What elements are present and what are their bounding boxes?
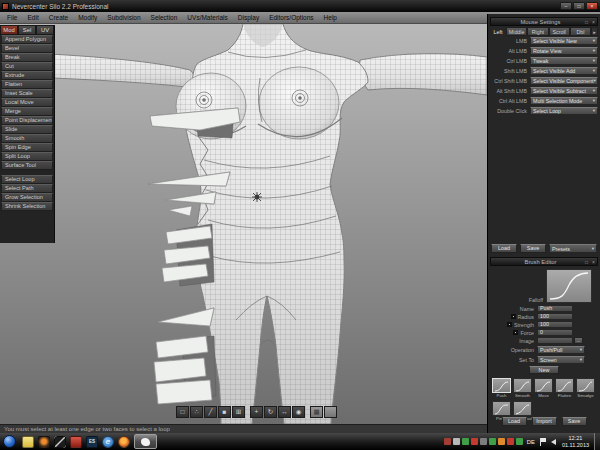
tool-shrink-selection[interactable]: Shrink Selection [1,202,53,211]
language-indicator[interactable]: DE [525,439,537,445]
red-app-icon[interactable] [70,436,82,448]
menu-editors-options[interactable]: Editors/Options [264,14,318,21]
falloff-curve[interactable] [546,269,592,303]
tray-icon[interactable] [516,438,523,445]
new-brush-button[interactable]: New [529,366,559,374]
mouse-tab-dbl[interactable]: Dbl [570,27,591,36]
force-checkbox[interactable] [513,330,518,335]
tool-extrude[interactable]: Extrude [1,71,53,80]
volume-icon[interactable] [548,439,556,445]
panel-close-icon[interactable]: × [590,258,597,266]
strength-field[interactable]: 100 [537,321,573,328]
tool-split-loop[interactable]: Split Loop [1,152,53,161]
tool-spin-edge[interactable]: Spin Edge [1,143,53,152]
tray-icon[interactable] [471,438,478,445]
viewport-option-button[interactable] [324,406,337,418]
radius-field[interactable]: 100 [537,313,573,320]
move-tool-icon[interactable]: + [250,406,263,418]
force-field[interactable]: 0 [537,329,573,336]
es-explorer-icon[interactable]: ES [86,436,98,448]
alt-lmb-dropdown[interactable]: Rotate View▾ [530,47,598,55]
scale-tool-icon[interactable]: ↔ [278,406,291,418]
menu-display[interactable]: Display [233,14,264,21]
double-click-dropdown[interactable]: Select Loop▾ [530,107,598,115]
tray-icon[interactable] [489,438,496,445]
rotate-tool-icon[interactable]: ↻ [264,406,277,418]
vertex-mode-icon[interactable]: ∴ [190,406,203,418]
tool-local-move[interactable]: Local Move [1,98,53,107]
media-player-icon[interactable] [38,436,50,448]
menu-uvs-materials[interactable]: UVs/Materials [182,14,232,21]
name-field[interactable]: Push [537,305,573,312]
panel-minimize-icon[interactable]: □ [583,258,590,266]
tray-icon[interactable] [462,438,469,445]
alt-shift-lmb-dropdown[interactable]: Select Visible Subtract▾ [530,87,598,95]
mouse-tab-scroll[interactable]: Scroll [549,27,570,36]
tray-icon[interactable] [453,438,460,445]
tool-smooth[interactable]: Smooth [1,134,53,143]
ctrl-lmb-dropdown[interactable]: Tweak▾ [530,57,598,65]
maximize-button[interactable]: □ [573,2,585,10]
show-desktop-button[interactable] [594,433,600,450]
mouse-tab-left[interactable]: Left [490,27,506,36]
menu-subdivision[interactable]: Subdivision [102,14,145,21]
viewport-canvas[interactable]: □ ∴ ╱ ■ ⊞ + ↻ ↔ ◉ ▦ [0,24,487,424]
lmb-dropdown[interactable]: Select Visible New▾ [530,37,598,45]
radius-checkbox[interactable] [511,314,516,319]
menu-help[interactable]: Help [319,14,342,21]
tool-slide[interactable]: Slide [1,125,53,134]
tool-surface-tool[interactable]: Surface Tool [1,161,53,170]
strength-checkbox[interactable] [507,322,512,327]
edge-mode-icon[interactable]: ╱ [204,406,217,418]
presets-dropdown[interactable]: Presets▾ [549,244,597,253]
tool-break[interactable]: Break [1,53,53,62]
tray-icon[interactable] [480,438,487,445]
tab-overflow-icon[interactable]: ▸ [591,27,598,36]
graphics-app-icon[interactable] [54,436,66,448]
tray-icon[interactable] [444,438,451,445]
shift-lmb-dropdown[interactable]: Select Visible Add▾ [530,67,598,75]
tool-bevel[interactable]: Bevel [1,44,53,53]
menu-selection[interactable]: Selection [146,14,183,21]
operation-dropdown[interactable]: Push/Pull▾ [537,346,585,354]
brush-preset-flatten[interactable]: Flatten [555,378,574,399]
menu-modify[interactable]: Modify [73,14,102,21]
object-mode-icon[interactable]: □ [176,406,189,418]
snap-tool-icon[interactable]: ◉ [292,406,305,418]
tab-mod[interactable]: Mod [0,25,18,35]
taskbar-clock[interactable]: 12:21 01.11.2013 [559,435,592,448]
menu-edit[interactable]: Edit [22,14,43,21]
brush-preset-push[interactable]: Push [492,378,511,399]
mouse-save-button[interactable]: Save [520,244,546,253]
brush-load-button[interactable]: Load [502,417,527,426]
brush-save-button[interactable]: Save [562,417,587,426]
tool-append-polygon[interactable]: Append Polygon [1,35,53,44]
tool-select-loop[interactable]: Select Loop [1,175,53,184]
panel-close-icon[interactable]: × [590,18,597,26]
image-field[interactable] [537,337,573,344]
brush-preset-smooth[interactable]: Smooth [513,378,532,399]
brush-import-button[interactable]: Import [532,417,557,426]
silo-taskbar-button[interactable] [134,434,157,449]
tool-grow-selection[interactable]: Grow Selection [1,193,53,202]
panel-minimize-icon[interactable]: □ [583,18,590,26]
sticky-notes-icon[interactable] [22,436,34,448]
set-to-dropdown[interactable]: Screen▾ [537,356,585,364]
menu-file[interactable]: File [2,14,22,21]
tab-uv[interactable]: UV [36,25,54,35]
tray-icon[interactable] [498,438,505,445]
action-center-flag-icon[interactable] [539,438,546,446]
browse-button[interactable]: ... [574,337,583,344]
tray-icon[interactable] [507,438,514,445]
firefox-icon[interactable] [118,436,130,448]
ctrl-alt-lmb-dropdown[interactable]: Multi Selection Mode▾ [530,97,598,105]
tool-merge[interactable]: Merge [1,107,53,116]
tab-sel[interactable]: Sel [18,25,36,35]
ctrl-shift-lmb-dropdown[interactable]: Select Visible Component▾ [530,77,598,85]
menu-create[interactable]: Create [44,14,74,21]
tool-inset-scale[interactable]: Inset Scale [1,89,53,98]
brush-preset-move[interactable]: Move [534,378,553,399]
start-button[interactable] [3,435,16,448]
tool-point-displacement[interactable]: Point Displacement [1,116,53,125]
close-button[interactable]: × [586,2,598,10]
